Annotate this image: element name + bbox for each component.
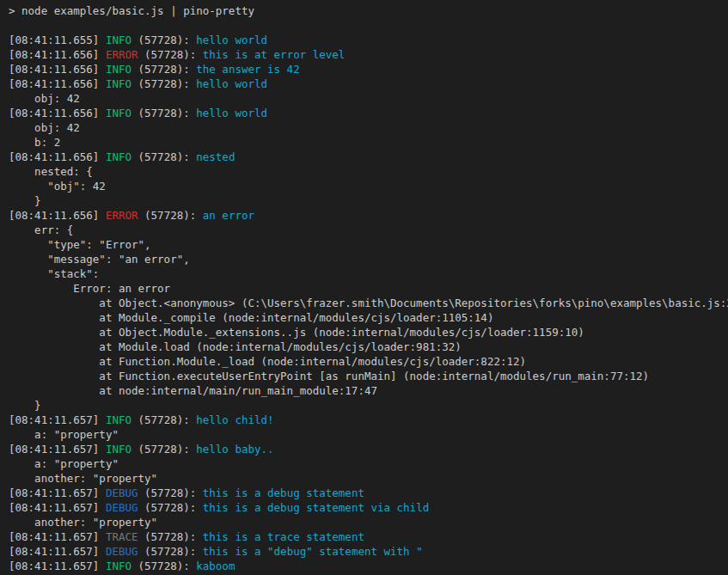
- log-message: hello child!: [196, 413, 273, 426]
- terminal-line: [08:41:11.657] INFO (57728): hello baby.…: [9, 442, 723, 456]
- terminal-line: [08:41:11.657] DEBUG (57728): this is a …: [9, 486, 723, 500]
- terminal-line: "message": "an error",: [9, 252, 723, 266]
- log-property: obj: 42: [9, 92, 80, 105]
- log-property: "type": "Error",: [9, 238, 151, 251]
- log-message: this is a trace statement: [203, 530, 364, 543]
- log-timestamp: [08:41:11.657]: [9, 530, 106, 543]
- log-pid: (57728):: [138, 48, 203, 61]
- terminal-line: at Module._compile (node:internal/module…: [9, 310, 723, 325]
- log-pid: (57728):: [138, 530, 203, 543]
- log-message: an error: [203, 209, 254, 222]
- terminal-line: Error: an error: [9, 281, 723, 296]
- log-timestamp: [08:41:11.656]: [9, 107, 106, 119]
- log-pid: (57728):: [132, 34, 196, 46]
- terminal-line: [08:41:11.657] INFO (57728): hello child…: [9, 413, 723, 427]
- log-level: INFO: [106, 34, 132, 46]
- log-property: "obj": 42: [9, 180, 106, 193]
- log-timestamp: [08:41:11.657]: [9, 501, 106, 514]
- terminal-line: [08:41:11.657] DEBUG (57728): this is a …: [9, 500, 723, 515]
- terminal-line: a: "property": [9, 427, 723, 442]
- error-stack-line: at node:internal/main/run_main_module:17…: [9, 384, 377, 397]
- log-property: another: "property": [9, 516, 157, 529]
- error-stack-line: at Function.Module._load (node:internal/…: [9, 355, 526, 368]
- log-pid: (57728):: [132, 413, 196, 426]
- log-property: err: {: [9, 223, 73, 236]
- terminal-line: }: [9, 193, 723, 208]
- log-property: "stack":: [9, 267, 99, 280]
- error-stack-line: Error: an error: [9, 282, 170, 295]
- terminal-line: [9, 18, 723, 33]
- terminal-line: another: "property": [9, 471, 723, 486]
- terminal-line: > node examples/basic.js | pino-pretty: [9, 3, 723, 18]
- terminal-line: at Module.load (node:internal/modules/cj…: [9, 339, 723, 354]
- terminal-line: [08:41:11.655] INFO (57728): hello world: [9, 33, 723, 47]
- log-level: INFO: [106, 150, 132, 163]
- log-pid: (57728):: [132, 63, 196, 76]
- log-message: this is a debug statement: [203, 486, 364, 499]
- log-pid: (57728):: [132, 107, 196, 119]
- log-level: INFO: [106, 63, 132, 76]
- terminal-line: at Function.Module._load (node:internal/…: [9, 354, 723, 369]
- log-timestamp: [08:41:11.657]: [9, 545, 106, 558]
- log-message: the answer is 42: [196, 63, 299, 76]
- terminal-line: [08:41:11.657] DEBUG (57728): this is a …: [9, 544, 723, 559]
- log-pid: (57728):: [138, 209, 203, 222]
- log-level: INFO: [106, 443, 132, 456]
- error-stack-line: at Function.executeUserEntryPoint [as ru…: [9, 370, 649, 382]
- log-pid: (57728):: [132, 77, 196, 90]
- log-timestamp: [08:41:11.656]: [9, 150, 106, 163]
- terminal-line: at Object.Module._extensions..js (node:i…: [9, 325, 723, 339]
- error-stack-line: at Object.<anonymous> (C:\Users\frazer.s…: [9, 297, 728, 309]
- terminal-line: "type": "Error",: [9, 237, 723, 252]
- terminal-line: [08:41:11.656] INFO (57728): hello world: [9, 106, 723, 120]
- terminal-line: nested: {: [9, 164, 723, 179]
- log-level: TRACE: [106, 530, 138, 543]
- log-level: ERROR: [106, 209, 138, 222]
- log-message: this is a debug statement via child: [203, 501, 429, 514]
- log-timestamp: [08:41:11.656]: [9, 48, 106, 61]
- terminal-line: [08:41:11.656] INFO (57728): nested: [9, 150, 723, 164]
- terminal-line: b: 2: [9, 135, 723, 150]
- log-message: this is a "debug" statement with ": [203, 545, 423, 558]
- log-level: DEBUG: [106, 501, 138, 514]
- error-stack-line: at Module._compile (node:internal/module…: [9, 311, 493, 324]
- log-timestamp: [08:41:11.657]: [9, 560, 106, 572]
- log-timestamp: [08:41:11.657]: [9, 413, 106, 426]
- terminal-line: at Function.executeUserEntryPoint [as ru…: [9, 369, 723, 383]
- log-timestamp: [08:41:11.657]: [9, 486, 106, 499]
- terminal-line: "stack":: [9, 266, 723, 281]
- log-level: DEBUG: [106, 486, 138, 499]
- log-level: ERROR: [106, 48, 138, 61]
- log-message: nested: [196, 150, 235, 163]
- log-pid: (57728):: [138, 545, 203, 558]
- terminal-line: }: [9, 398, 723, 413]
- log-message: hello world: [196, 34, 267, 46]
- terminal-line: a: "property": [9, 456, 723, 471]
- terminal-line: [08:41:11.656] ERROR (57728): this is at…: [9, 47, 723, 62]
- error-stack-line: at Module.load (node:internal/modules/cj…: [9, 340, 462, 353]
- log-property: a: "property": [9, 428, 119, 441]
- log-property: b: 2: [9, 136, 60, 149]
- log-pid: (57728):: [132, 443, 196, 456]
- log-pid: (57728):: [132, 150, 196, 163]
- terminal-line: at Object.<anonymous> (C:\Users\frazer.s…: [9, 296, 723, 310]
- log-pid: (57728):: [138, 501, 203, 514]
- log-level: INFO: [106, 107, 132, 119]
- terminal-line: another: "property": [9, 515, 723, 529]
- terminal-output: > node examples/basic.js | pino-pretty […: [0, 0, 728, 575]
- error-stack-line: at Object.Module._extensions..js (node:i…: [9, 326, 584, 339]
- terminal-line: obj: 42: [9, 120, 723, 135]
- terminal-line: [08:41:11.656] INFO (57728): hello world: [9, 76, 723, 91]
- log-message: kaboom: [196, 560, 235, 572]
- log-timestamp: [08:41:11.657]: [9, 443, 106, 456]
- log-message: hello world: [196, 77, 267, 90]
- log-message: hello baby..: [196, 443, 273, 456]
- log-property: another: "property": [9, 472, 157, 485]
- terminal-line: at node:internal/main/run_main_module:17…: [9, 383, 723, 398]
- log-property: a: "property": [9, 457, 119, 470]
- log-timestamp: [08:41:11.656]: [9, 63, 106, 76]
- command-line: > node examples/basic.js | pino-pretty: [9, 4, 254, 17]
- log-property: }: [9, 194, 41, 207]
- terminal-line: obj: 42: [9, 91, 723, 106]
- terminal-line: [08:41:11.656] INFO (57728): the answer …: [9, 62, 723, 76]
